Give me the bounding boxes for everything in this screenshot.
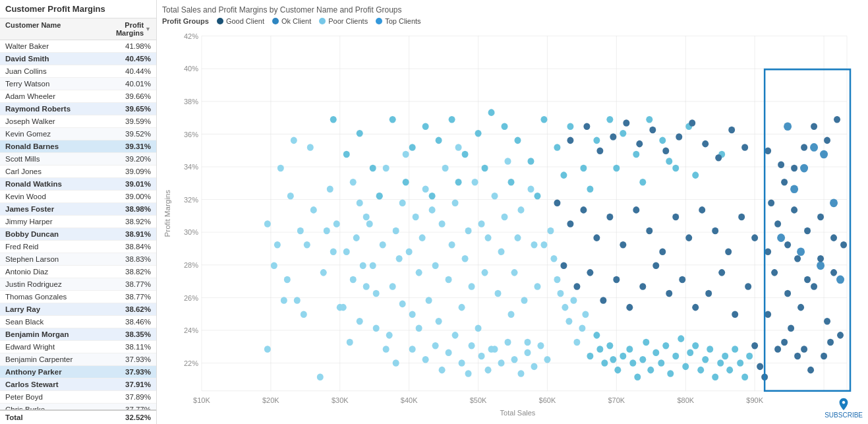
svg-point-207 [393, 359, 399, 367]
svg-point-162 [593, 234, 600, 241]
table-row[interactable]: Benjamin Carpenter37.93% [0, 353, 156, 366]
legend-dot [376, 18, 382, 24]
row-customer-name: Antonio Diaz [5, 268, 105, 276]
table-row[interactable]: Benjamin Morgan38.35% [0, 328, 156, 341]
table-row[interactable]: Justin Rodriguez38.77% [0, 278, 156, 291]
svg-point-115 [301, 311, 307, 318]
table-row[interactable]: Jimmy Harper38.92% [0, 216, 156, 228]
table-row[interactable]: Anthony Parker37.93% [0, 366, 156, 379]
row-customer-name: Sean Black [5, 318, 105, 326]
svg-point-141 [659, 137, 666, 144]
svg-point-224 [511, 356, 518, 363]
row-customer-name: Carlos Stewart [5, 380, 105, 388]
table-row[interactable]: Stephen Larson38.83% [0, 253, 156, 266]
svg-point-67 [393, 227, 399, 235]
svg-point-71 [406, 248, 413, 255]
svg-point-88 [462, 255, 469, 262]
table-row[interactable]: Thomas Gonzales38.77% [0, 291, 156, 303]
svg-point-223 [505, 339, 511, 346]
row-profit-margin: 39.00% [105, 193, 151, 200]
svg-point-259 [765, 311, 771, 318]
row-customer-name: Carl Jones [5, 167, 105, 175]
svg-text:$60K: $60K [539, 396, 556, 404]
svg-point-132 [540, 116, 547, 123]
svg-point-156 [692, 171, 699, 179]
svg-point-99 [498, 248, 505, 255]
legend-dot [272, 18, 279, 24]
table-row[interactable]: Scott Mills39.20% [0, 153, 156, 166]
scroll-area[interactable]: Walter Baker41.98%David Smith40.45%Juan … [0, 40, 156, 409]
table-row[interactable]: Kevin Gomez39.52% [0, 128, 156, 140]
svg-point-101 [505, 158, 511, 165]
svg-point-93 [478, 220, 485, 227]
table-row[interactable]: Fred Reid38.84% [0, 241, 156, 253]
svg-point-140 [646, 116, 652, 123]
row-profit-margin: 41.98% [105, 42, 151, 50]
table-row[interactable]: Walter Baker41.98% [0, 40, 156, 53]
table-row[interactable]: Larry Ray38.62% [0, 303, 156, 316]
svg-point-303 [596, 346, 603, 353]
svg-point-285 [854, 290, 860, 297]
svg-point-263 [821, 353, 827, 360]
svg-point-256 [781, 339, 788, 346]
table-row[interactable]: Antonio Diaz38.82% [0, 266, 156, 278]
table-row[interactable]: Carlos Stewart37.91% [0, 379, 156, 391]
table-row[interactable]: David Smith40.45% [0, 53, 156, 65]
svg-point-98 [495, 290, 502, 297]
table-row[interactable]: Carl Jones39.09% [0, 166, 156, 178]
svg-point-268 [794, 255, 801, 262]
table-row[interactable]: Sean Black38.46% [0, 316, 156, 328]
svg-point-52 [327, 185, 333, 193]
svg-point-252 [797, 304, 804, 311]
svg-point-235 [800, 164, 808, 173]
svg-point-295 [562, 304, 568, 311]
svg-point-313 [643, 339, 649, 346]
table-row[interactable]: Kevin Wood39.00% [0, 191, 156, 203]
table-row[interactable]: Peter Boyd37.89% [0, 391, 156, 404]
svg-point-230 [350, 179, 357, 186]
svg-point-192 [596, 147, 603, 154]
table-row[interactable]: Adam Wheeler39.66% [0, 90, 156, 103]
svg-point-227 [531, 363, 537, 371]
table-row[interactable]: Joseph Walker39.59% [0, 115, 156, 128]
table-row[interactable]: Chris Burke37.77% [0, 404, 156, 409]
legend-label: Poor Clients [328, 17, 368, 25]
table-row[interactable]: Ronald Watkins39.01% [0, 178, 156, 191]
svg-point-63 [380, 241, 386, 249]
table-row[interactable]: Edward Wright38.11% [0, 341, 156, 353]
svg-point-276 [801, 144, 807, 151]
svg-point-332 [737, 359, 743, 367]
row-customer-name: Jimmy Harper [5, 218, 105, 226]
row-profit-margin: 39.65% [105, 105, 151, 113]
svg-point-269 [804, 276, 811, 284]
svg-point-72 [409, 311, 416, 318]
legend-dot [319, 18, 326, 24]
row-profit-margin: 37.77% [105, 406, 151, 409]
chart-container[interactable]: 42% 40% 38% 36% 34% 32% 30% 28% 26% 24% … [162, 29, 860, 419]
row-profit-margin: 38.62% [105, 305, 151, 313]
row-customer-name: Ronald Barnes [5, 142, 105, 150]
table-row[interactable]: Raymond Roberts39.65% [0, 103, 156, 115]
svg-point-232 [366, 220, 373, 227]
svg-point-139 [633, 151, 639, 158]
row-customer-name: Larry Ray [5, 305, 105, 313]
svg-point-189 [745, 283, 751, 290]
svg-point-309 [626, 346, 633, 353]
legend-item: Good Client [217, 17, 264, 25]
svg-point-301 [587, 353, 593, 360]
table-row[interactable]: Bobby Duncan38.91% [0, 228, 156, 241]
svg-text:Profit Margins: Profit Margins [163, 190, 171, 237]
svg-point-184 [679, 276, 685, 284]
table-row[interactable]: Juan Collins40.44% [0, 65, 156, 78]
svg-point-315 [652, 349, 659, 356]
svg-point-187 [718, 269, 725, 276]
subscribe-label: SUBSCRIBE [825, 411, 863, 419]
table-footer: Total 32.52% [0, 409, 156, 424]
table-row[interactable]: James Foster38.98% [0, 203, 156, 216]
row-profit-margin: 40.44% [105, 67, 151, 75]
subscribe-button[interactable]: SUBSCRIBE [825, 397, 863, 419]
table-row[interactable]: Terry Watson40.01% [0, 78, 156, 90]
table-row[interactable]: Ronald Barnes39.31% [0, 140, 156, 153]
svg-point-90 [469, 283, 475, 290]
svg-point-274 [781, 179, 788, 186]
